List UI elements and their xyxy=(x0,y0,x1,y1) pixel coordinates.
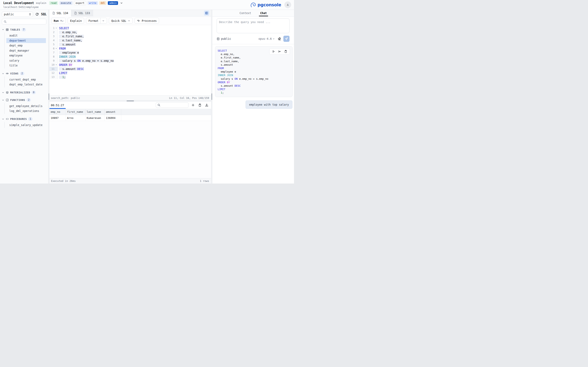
cell-emp_no[interactable]: 10897 xyxy=(49,115,66,121)
send-button[interactable] xyxy=(283,36,290,42)
permission-badge-ddl[interactable]: ddl xyxy=(99,1,107,5)
run-button[interactable]: Run ⌘↵ xyxy=(51,18,66,24)
code-token: INNER JOIN xyxy=(59,55,76,58)
refresh-icon[interactable] xyxy=(35,13,39,16)
copy-results-clipboard-icon[interactable] xyxy=(198,104,201,107)
format-label: Format xyxy=(88,19,98,22)
code-line-content: e.first_name, xyxy=(58,34,84,38)
permission-badges: explainreadexecuteexportwriteddladmin xyxy=(35,1,118,5)
connection-title: Local Development xyxy=(3,1,34,5)
results-timer-tab[interactable]: 00:51:27 xyxy=(49,101,66,109)
main-chat-divider-handle[interactable] xyxy=(212,93,212,100)
model-selector[interactable]: opus-4.6 xyxy=(259,37,275,40)
sidebar: public SQL TABLES7auditdepartmentdept_em… xyxy=(0,10,48,184)
code-token: ; xyxy=(222,91,224,94)
chevron-down-icon xyxy=(2,99,4,101)
tab-chat[interactable]: Chat xyxy=(260,10,267,16)
sql-view-toggle[interactable]: SQL xyxy=(41,12,47,16)
explain-label: Explain xyxy=(70,19,82,22)
tab-context[interactable]: Context xyxy=(239,10,251,16)
connection-chevron-down-icon[interactable] xyxy=(120,2,123,4)
fold-arrow-icon[interactable]: ▾ xyxy=(55,26,58,30)
permission-badge-export[interactable]: export xyxy=(74,1,86,5)
sql-editor[interactable]: 1▾SELECT2 e.emp_no,3 e.first_name,4 e.la… xyxy=(49,25,211,95)
tree-item-dept_emp[interactable]: dept_emp xyxy=(6,43,46,48)
quick-sql-button[interactable]: Quick SQL xyxy=(109,18,133,24)
tree-item-title[interactable]: title xyxy=(6,63,46,68)
code-token: employee e xyxy=(218,70,236,73)
results-search-input[interactable] xyxy=(162,103,187,107)
permission-badge-read[interactable]: read xyxy=(49,1,58,5)
chat-input[interactable] xyxy=(217,18,290,33)
tree-item-audit[interactable]: audit xyxy=(6,33,46,38)
tree-item-simple_salary_update[interactable]: simple_salary_update xyxy=(6,123,46,128)
tree-item-salary[interactable]: salary xyxy=(6,58,46,63)
fold-arrow-icon xyxy=(55,30,58,34)
processes-button[interactable]: Processes xyxy=(135,18,159,24)
code-token: s.amount xyxy=(218,63,233,66)
tree-item-get_employee_details[interactable]: get_employee_details xyxy=(6,104,46,109)
table-row[interactable]: 10897ArnoKumaresan136004 xyxy=(49,115,211,121)
tree-section-header-procedures[interactable]: PROCEDURES1 xyxy=(2,117,46,122)
cell-fill xyxy=(121,115,211,121)
insert-into-editor-icon[interactable] xyxy=(278,50,281,53)
run-snippet-play-icon[interactable] xyxy=(272,50,275,53)
explain-button[interactable]: Explain xyxy=(68,18,84,24)
tree-item-employee[interactable]: employee xyxy=(6,53,46,58)
editor-results-divider-handle[interactable] xyxy=(127,100,134,101)
tree-section-header-functions[interactable]: fFUNCTIONS2 xyxy=(2,98,46,103)
clear-chat-eraser-icon[interactable] xyxy=(277,37,281,41)
code-token: e.last_name, xyxy=(218,60,239,63)
cell-last_name[interactable]: Kumaresan xyxy=(85,115,104,121)
tab-spacer xyxy=(93,10,204,16)
editor-tab-sql-133[interactable]: SQL 133 xyxy=(71,10,93,16)
tree-item-dept_manager[interactable]: dept_manager xyxy=(6,48,46,53)
split-panel-icon[interactable] xyxy=(204,10,209,16)
sidebar-main-divider-handle[interactable] xyxy=(49,93,49,100)
tree-section-header-views[interactable]: VIEWS2 xyxy=(2,71,46,76)
permission-badge-execute[interactable]: execute xyxy=(60,1,73,5)
code-line-10: ORDER BY xyxy=(218,81,290,84)
format-button[interactable]: Format xyxy=(86,18,107,24)
tree-item-current_dept_emp[interactable]: current_dept_emp xyxy=(6,77,46,82)
format-chevron-down-icon[interactable] xyxy=(102,20,104,22)
cell-amount[interactable]: 136004 xyxy=(104,115,121,121)
chevron-down-icon xyxy=(2,28,4,31)
tree-section-header-materialized[interactable]: MATERIALIZED0 xyxy=(2,90,46,95)
composer-row: public opus-4.6 xyxy=(217,36,290,42)
permission-badge-write[interactable]: write xyxy=(87,1,98,5)
sidebar-search-input[interactable] xyxy=(8,20,44,24)
tree-item-log_dml_operations[interactable]: log_dml_operations xyxy=(6,108,46,114)
line-gutter: 13 xyxy=(49,75,58,79)
download-results-icon[interactable] xyxy=(205,103,208,107)
code-line-content: SELECT xyxy=(58,26,69,30)
tree-section-header-tables[interactable]: TABLES7 xyxy=(2,27,46,32)
line-number: 1 xyxy=(53,26,55,30)
column-header-first_name[interactable]: first_name xyxy=(66,109,85,115)
copy-snippet-clipboard-icon[interactable] xyxy=(284,50,287,53)
brand-name: pgconsole xyxy=(258,2,281,7)
column-header-amount[interactable]: amount xyxy=(104,109,121,115)
cell-first_name[interactable]: Arno xyxy=(66,115,85,121)
column-header-emp_no[interactable]: emp_no xyxy=(49,109,66,115)
tree-section-count-badge: 2 xyxy=(26,98,31,102)
tree-item-department[interactable]: department xyxy=(6,38,46,43)
column-header-last_name[interactable]: last_name xyxy=(85,109,104,115)
tree-item-dept_emp_latest_date[interactable]: dept_emp_latest_date xyxy=(6,82,46,87)
permission-badge-explain[interactable]: explain xyxy=(35,1,48,5)
avatar[interactable]: A xyxy=(285,1,291,8)
code-line-content: employee e xyxy=(58,50,79,55)
code-line-content: e.last_name, xyxy=(58,38,82,42)
code-token: SELECT xyxy=(218,49,227,52)
send-paper-plane-icon xyxy=(285,37,288,40)
editor-tab-sql-134[interactable]: SQL 134 xyxy=(49,10,71,17)
fold-arrow-icon[interactable]: ▾ xyxy=(55,47,58,50)
fold-arrow-icon[interactable]: ▾ xyxy=(55,63,58,67)
code-token: salary s xyxy=(59,59,77,62)
permission-badge-admin[interactable]: admin xyxy=(108,1,118,5)
svg-text:f: f xyxy=(7,99,8,101)
code-token: e.emp_no = s.emp_no xyxy=(238,77,268,80)
add-row-plus-icon[interactable] xyxy=(191,103,195,107)
code-token: e.emp_no = s.emp_no xyxy=(81,59,114,62)
schema-select[interactable]: public xyxy=(2,12,33,17)
